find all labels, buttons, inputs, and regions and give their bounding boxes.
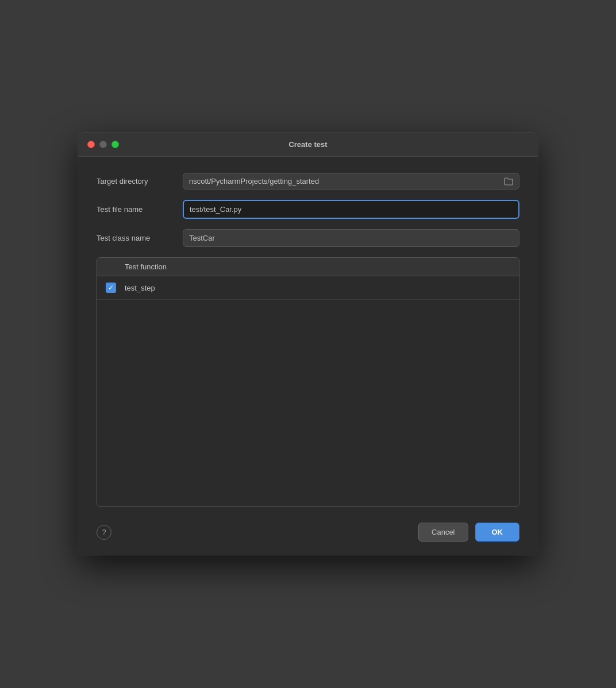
- test-file-name-input[interactable]: [183, 200, 519, 219]
- dialog-body: Target directory nscott/PycharmProjects/…: [78, 157, 538, 555]
- test-function-name: test_step: [125, 284, 155, 292]
- help-button[interactable]: ?: [97, 525, 111, 540]
- help-icon: ?: [102, 528, 106, 536]
- maximize-button[interactable]: [111, 141, 119, 148]
- table-row[interactable]: ✓ test_step: [97, 276, 519, 300]
- create-test-dialog: Create test Target directory nscott/Pych…: [78, 133, 538, 555]
- test-functions-table: Test function ✓ test_step: [97, 257, 519, 507]
- title-bar: Create test: [78, 133, 538, 157]
- test-class-name-input[interactable]: [183, 229, 519, 247]
- test-function-column-header: Test function: [125, 262, 167, 271]
- traffic-lights: [87, 141, 119, 148]
- browse-folder-button[interactable]: [504, 177, 513, 185]
- checkmark-icon: ✓: [108, 284, 114, 291]
- table-body: ✓ test_step: [97, 276, 519, 506]
- minimize-button[interactable]: [99, 141, 107, 148]
- checkbox-cell[interactable]: ✓: [104, 281, 118, 295]
- test-file-name-row: Test file name: [97, 200, 519, 219]
- close-button[interactable]: [87, 141, 95, 148]
- target-directory-value: nscott/PycharmProjects/getting_started: [189, 177, 499, 185]
- dialog-footer: ? Cancel OK: [97, 520, 519, 542]
- ok-button[interactable]: OK: [475, 523, 520, 542]
- folder-icon: [504, 177, 513, 185]
- cancel-button[interactable]: Cancel: [418, 523, 468, 542]
- target-directory-row: Target directory nscott/PycharmProjects/…: [97, 173, 519, 190]
- footer-actions: Cancel OK: [418, 523, 519, 542]
- test-file-name-label: Test file name: [97, 205, 183, 214]
- checkbox-checked[interactable]: ✓: [106, 283, 116, 293]
- target-directory-label: Target directory: [97, 177, 183, 185]
- target-directory-field: nscott/PycharmProjects/getting_started: [183, 173, 519, 190]
- dialog-title: Create test: [288, 140, 327, 149]
- test-class-name-row: Test class name: [97, 229, 519, 247]
- test-class-name-label: Test class name: [97, 234, 183, 242]
- table-header: Test function: [97, 258, 519, 276]
